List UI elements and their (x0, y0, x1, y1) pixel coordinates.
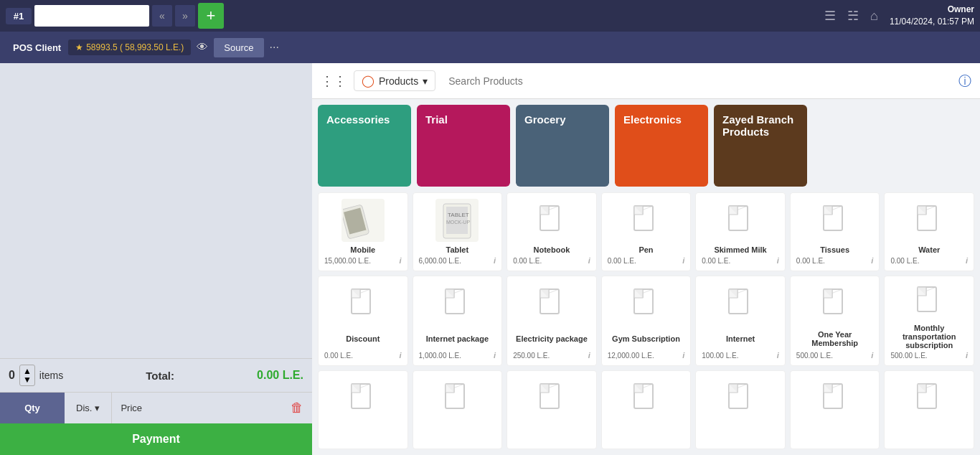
product-info-button[interactable]: i (966, 351, 968, 360)
product-card-internet-package[interactable]: Internet package1,000.00 L.E.i (413, 276, 503, 366)
star-icon: ★ (75, 42, 83, 52)
product-card-p21[interactable] (884, 370, 974, 449)
nav-next-button[interactable]: » (175, 5, 195, 27)
price-label: Price (112, 403, 282, 413)
product-image-water (908, 199, 951, 242)
svg-text:MOCK-UP: MOCK-UP (446, 220, 470, 225)
grid-icon[interactable]: ⋮⋮ (321, 73, 347, 89)
product-info-button[interactable]: i (494, 256, 496, 265)
items-label: items (39, 370, 63, 381)
right-panel: ⋮⋮ ◯ Products ▾ ⓘ AccessoriesTrialGrocer… (312, 63, 980, 455)
nav-prev-button[interactable]: « (152, 5, 172, 27)
items-stepper[interactable]: ▲▼ (19, 365, 35, 386)
product-card-p19[interactable] (695, 370, 786, 449)
product-card-p15[interactable] (318, 370, 408, 449)
product-card-p20[interactable] (790, 370, 880, 449)
product-info-button[interactable]: i (682, 351, 684, 360)
product-info-button[interactable]: i (682, 256, 684, 265)
product-info-button[interactable]: i (588, 351, 590, 360)
product-info-button[interactable]: i (871, 351, 873, 360)
product-image-mobile (341, 199, 385, 242)
product-price: 1,000.00 L.E. (419, 352, 462, 360)
product-card-p16[interactable] (413, 370, 503, 449)
product-card-electricity-package[interactable]: Electricity package250.00 L.E.i (507, 276, 597, 366)
product-info-button[interactable]: i (966, 256, 968, 265)
category-tile-zayed[interactable]: Zayed Branch Products (714, 105, 807, 187)
product-price-row: 500.00 L.E.i (796, 351, 874, 360)
add-order-button[interactable]: + (198, 3, 224, 29)
product-name: Mobile (350, 245, 375, 254)
more-button[interactable]: ··· (264, 38, 285, 57)
product-name: Discount (346, 334, 380, 343)
categories-row: AccessoriesTrialGroceryElectronicsZayed … (312, 99, 980, 192)
product-card-mobile[interactable]: Mobile15,000.00 L.E.i (318, 192, 408, 271)
qty-button[interactable]: Qty (0, 393, 65, 424)
owner-datetime: 11/04/2024, 01:57 PM (890, 16, 974, 28)
home-icon[interactable]: ⌂ (870, 9, 878, 24)
product-bar: ⋮⋮ ◯ Products ▾ ⓘ (312, 63, 980, 99)
product-card-notebook[interactable]: Notebook0.00 L.E.i (507, 192, 597, 271)
product-price-row: 12,000.00 L.E.i (608, 351, 685, 360)
product-price: 250.00 L.E. (513, 352, 550, 360)
product-info-button[interactable]: i (777, 256, 779, 265)
bottom-controls: Qty Dis. ▾ Price 🗑 (0, 392, 312, 423)
product-card-discount[interactable]: Discount0.00 L.E.i (318, 276, 408, 366)
items-count: 0 ▲▼ items (9, 365, 63, 386)
product-card-p17[interactable] (507, 370, 597, 449)
product-price-row: 0.00 L.E.i (608, 256, 685, 265)
pos-number: #1 (6, 8, 32, 24)
product-card-pen[interactable]: Pen0.00 L.E.i (601, 192, 692, 271)
register-icon[interactable]: ☵ (847, 8, 859, 24)
product-image-discount (341, 282, 385, 325)
product-card-one-year[interactable]: One Year Membership500.00 L.E.i (790, 276, 880, 366)
product-card-tablet[interactable]: TABLET MOCK-UPTablet6,000.00 L.E.i (413, 192, 503, 271)
payment-button[interactable]: Payment (0, 423, 312, 455)
order-area (0, 63, 312, 358)
product-info-button[interactable]: i (400, 256, 402, 265)
product-card-tissues[interactable]: Tissues0.00 L.E.i (790, 192, 880, 271)
dis-button[interactable]: Dis. ▾ (65, 393, 112, 424)
product-info-button[interactable]: i (777, 351, 779, 360)
delete-button[interactable]: 🗑 (282, 393, 312, 424)
order-input[interactable] (34, 5, 149, 27)
pos-client-label: POS Client (6, 42, 68, 53)
info-icon[interactable]: ⓘ (958, 72, 971, 90)
category-tile-trial[interactable]: Trial (417, 105, 510, 187)
product-image-p21 (908, 377, 951, 420)
product-image-electricity-package (530, 282, 573, 325)
product-card-water[interactable]: Water0.00 L.E.i (884, 192, 974, 271)
category-tile-accessories[interactable]: Accessories (318, 105, 411, 187)
product-price-row: 0.00 L.E.i (324, 351, 402, 360)
product-card-internet[interactable]: Internet100.00 L.E.i (695, 276, 786, 366)
product-image-p20 (814, 377, 857, 420)
category-tile-electronics[interactable]: Electronics (615, 105, 708, 187)
product-price: 0.00 L.E. (513, 257, 542, 265)
category-tile-grocery[interactable]: Grocery (516, 105, 609, 187)
svg-text:TABLET: TABLET (448, 212, 469, 218)
product-image-tablet: TABLET MOCK-UP (435, 199, 479, 242)
product-card-monthly-transport[interactable]: Monthly transportation subscription500.0… (884, 276, 974, 366)
product-info-button[interactable]: i (400, 351, 402, 360)
points-badge: ★ 58993.5 ( 58,993.50 L.E.) (68, 39, 191, 55)
product-price: 15,000.00 L.E. (324, 257, 371, 265)
products-dropdown[interactable]: ◯ Products ▾ (354, 70, 435, 91)
product-info-button[interactable]: i (494, 351, 496, 360)
product-card-p18[interactable] (601, 370, 692, 449)
product-image-pen (624, 199, 667, 242)
eye-button[interactable]: 👁 (191, 38, 214, 57)
product-name: Monthly transportation subscription (890, 324, 968, 350)
total-value: 0.00 L.E. (257, 369, 303, 382)
list-icon[interactable]: ☰ (824, 8, 836, 24)
product-info-button[interactable]: i (588, 256, 590, 265)
product-price: 500.00 L.E. (796, 352, 833, 360)
product-image-tissues (814, 199, 857, 242)
search-input[interactable] (443, 72, 951, 90)
product-info-button[interactable]: i (871, 256, 873, 265)
product-card-skimmed-milk[interactable]: Skimmed Milk0.00 L.E.i (695, 192, 786, 271)
product-name: Skimmed Milk (714, 245, 766, 254)
source-button[interactable]: Source (214, 38, 263, 57)
product-card-gym-subscription[interactable]: Gym Subscription12,000.00 L.E.i (601, 276, 692, 366)
product-price: 0.00 L.E. (608, 257, 636, 265)
product-image-internet (719, 282, 762, 325)
items-number: 0 (9, 369, 15, 382)
